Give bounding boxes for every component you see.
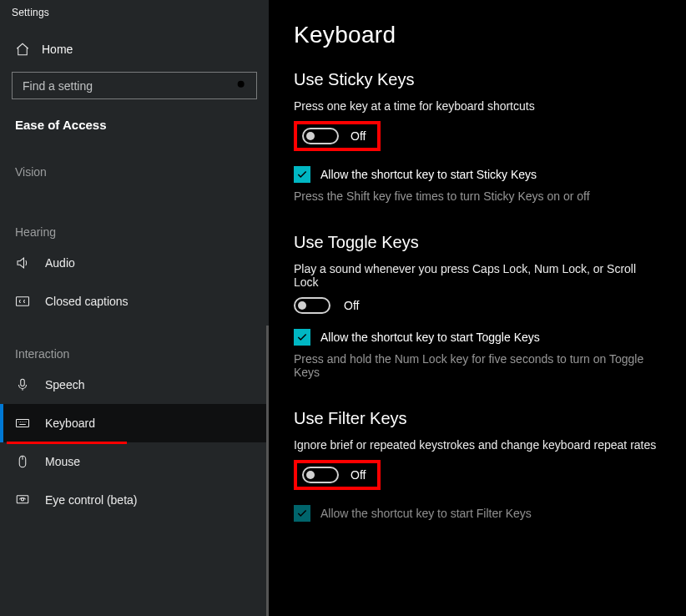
search-input[interactable]: [12, 72, 257, 99]
sidebar-item-label: Keyboard: [45, 417, 95, 430]
sticky-keys-toggle[interactable]: [302, 128, 339, 144]
settings-content: Keyboard Use Sticky Keys Press one key a…: [269, 0, 686, 616]
sidebar-item-closed-captions[interactable]: Closed captions: [0, 282, 269, 321]
svg-rect-1: [17, 297, 29, 306]
eye-control-icon: [15, 492, 30, 507]
filter-keys-toggle[interactable]: [302, 467, 339, 483]
sidebar-item-label: Audio: [45, 256, 75, 270]
annotation-highlight-filter: Off: [294, 460, 381, 490]
sticky-keys-shortcut-label: Allow the shortcut key to start Sticky K…: [320, 168, 537, 181]
category-title: Ease of Access: [0, 99, 269, 132]
sticky-keys-shortcut-checkbox[interactable]: [294, 166, 310, 183]
nav-home-label: Home: [42, 43, 73, 56]
microphone-icon: [15, 377, 30, 392]
settings-sidebar: Settings Home Ease of Access Vision Hear…: [0, 0, 269, 616]
group-vision: Vision: [0, 165, 269, 179]
sidebar-item-label: Eye control (beta): [45, 493, 138, 507]
toggle-keys-hint: Press and hold the Num Lock key for five…: [294, 352, 661, 379]
group-interaction: Interaction: [0, 347, 269, 361]
section-toggle-keys-heading: Use Toggle Keys: [294, 233, 661, 252]
group-hearing: Hearing: [0, 225, 269, 239]
toggle-keys-toggle-state: Off: [344, 299, 359, 312]
page-title: Keyboard: [294, 22, 661, 48]
keyboard-icon: [15, 416, 30, 431]
filter-keys-shortcut-checkbox[interactable]: [294, 505, 310, 522]
filter-keys-shortcut-label: Allow the shortcut key to start Filter K…: [320, 507, 532, 520]
sidebar-item-audio[interactable]: Audio: [0, 244, 269, 282]
search-icon: [235, 78, 249, 95]
toggle-keys-toggle[interactable]: [294, 297, 330, 314]
sidebar-item-label: Closed captions: [45, 295, 129, 308]
sidebar-item-label: Mouse: [45, 455, 80, 468]
section-sticky-keys-heading: Use Sticky Keys: [294, 70, 661, 89]
home-icon: [15, 42, 30, 57]
sticky-keys-desc: Press one key at a time for keyboard sho…: [294, 99, 661, 113]
search-container: [12, 72, 257, 99]
svg-rect-2: [21, 379, 25, 386]
filter-keys-toggle-state: Off: [351, 468, 366, 482]
sidebar-item-mouse[interactable]: Mouse: [0, 442, 269, 481]
sticky-keys-toggle-state: Off: [351, 129, 366, 143]
sidebar-item-label: Speech: [45, 378, 84, 391]
sticky-keys-hint: Press the Shift key five times to turn S…: [294, 189, 661, 203]
closed-captions-icon: [15, 294, 30, 309]
sidebar-item-speech[interactable]: Speech: [0, 366, 269, 404]
sidebar-item-eye-control[interactable]: Eye control (beta): [0, 481, 269, 519]
filter-keys-desc: Ignore brief or repeated keystrokes and …: [294, 438, 661, 452]
nav-home[interactable]: Home: [0, 42, 269, 57]
svg-rect-3: [17, 420, 29, 427]
section-filter-keys-heading: Use Filter Keys: [294, 409, 661, 428]
window-title: Settings: [0, 0, 269, 18]
mouse-icon: [15, 454, 30, 469]
svg-rect-5: [17, 496, 28, 503]
svg-point-0: [238, 81, 245, 88]
toggle-keys-shortcut-label: Allow the shortcut key to start Toggle K…: [320, 331, 540, 344]
annotation-highlight-sticky: Off: [294, 121, 381, 151]
speaker-icon: [15, 255, 30, 270]
toggle-keys-desc: Play a sound whenever you press Caps Loc…: [294, 262, 661, 289]
toggle-keys-shortcut-checkbox[interactable]: [294, 329, 310, 346]
sidebar-item-keyboard[interactable]: Keyboard: [0, 404, 269, 442]
